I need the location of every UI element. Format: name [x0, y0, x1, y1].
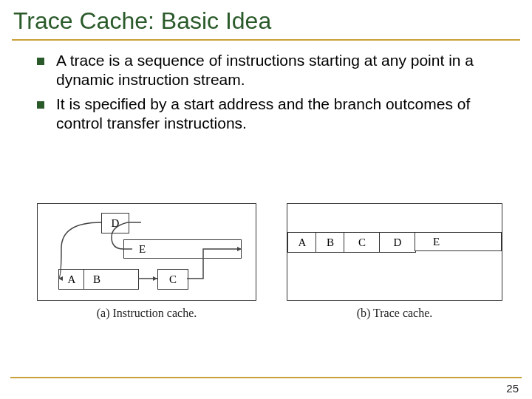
tape-a: A [287, 232, 317, 253]
figure-a-box: A B C D E [37, 203, 256, 301]
block-blank1 [109, 269, 139, 290]
tape-d: D [379, 232, 416, 253]
slide: Trace Cache: Basic Idea A trace is a seq… [0, 0, 532, 399]
tape-e: E [415, 232, 502, 251]
block-a: A [58, 269, 85, 290]
body-text: A trace is a sequence of instructions st… [0, 41, 532, 133]
bullet-text: It is specified by a start address and t… [56, 95, 510, 134]
tape-b: B [316, 232, 345, 253]
figure-b-box: A B C D E [287, 203, 502, 301]
bullet-item: It is specified by a start address and t… [37, 95, 510, 134]
square-bullet-icon [37, 101, 44, 109]
block-b: B [83, 269, 110, 290]
figure-a: A B C D E [37, 203, 256, 320]
block-e: E [123, 239, 242, 259]
block-c: C [157, 269, 188, 290]
figure-b: A B C D E (b) Trace cache. [287, 203, 502, 320]
bullet-item: A trace is a sequence of instructions st… [37, 51, 510, 90]
page-number: 25 [506, 382, 519, 395]
square-bullet-icon [37, 58, 44, 65]
figure-b-caption: (b) Trace cache. [357, 307, 433, 320]
figures-row: A B C D E [37, 203, 502, 320]
tape-c: C [344, 232, 381, 253]
slide-title: Trace Cache: Basic Idea [0, 0, 532, 35]
block-d: D [101, 213, 129, 233]
figure-a-caption: (a) Instruction cache. [97, 307, 197, 320]
footer-underline [10, 377, 522, 378]
bullet-text: A trace is a sequence of instructions st… [56, 51, 510, 90]
